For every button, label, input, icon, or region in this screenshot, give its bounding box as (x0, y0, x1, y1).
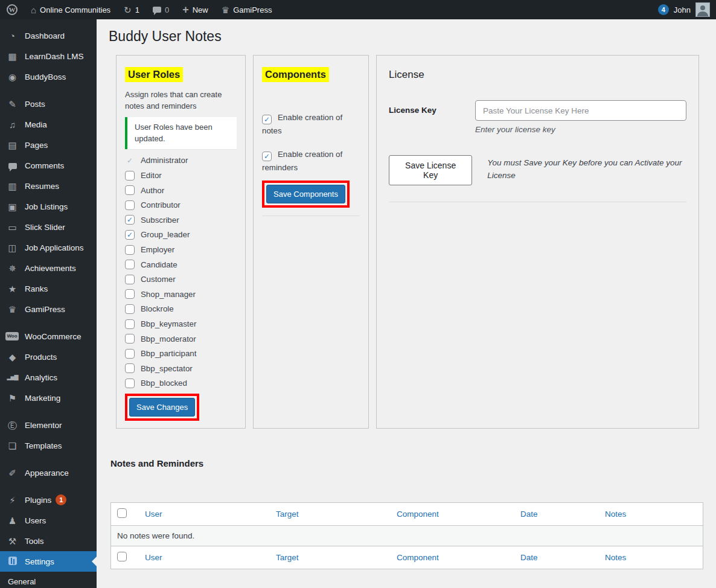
sidebar-item-pages[interactable]: ▤Pages (0, 135, 97, 155)
success-notice: User Roles have been updated. (125, 117, 237, 149)
sidebar-item-marketing[interactable]: ⚑Marketing (0, 388, 97, 408)
site-link[interactable]: ⌂ Online Communities (24, 0, 117, 19)
sidebar-item-learndash-lms[interactable]: ▦LearnDash LMS (0, 46, 97, 66)
sidebar-item-resumes[interactable]: ▥Resumes (0, 176, 97, 196)
checkbox-icon[interactable] (125, 275, 135, 284)
sidebar-item-elementor[interactable]: ⒺElementor (0, 415, 97, 435)
sidebar-item-buddyboss[interactable]: ◉BuddyBoss (0, 66, 97, 87)
checkbox-icon[interactable] (125, 260, 135, 269)
enable-notes-option[interactable]: Enable creation of notes (262, 111, 360, 137)
sidebar-item-slick-slider[interactable]: ▭Slick Slider (0, 217, 97, 237)
gamipress-admin-link[interactable]: ♛ GamiPress (215, 0, 279, 19)
notes-table: User Target Component Date Notes No note… (110, 502, 703, 569)
checkbox-icon[interactable] (125, 289, 135, 299)
role-bbp-blocked[interactable]: Bbp_blocked (125, 376, 237, 391)
checkbox-icon[interactable] (125, 363, 135, 373)
sidebar-item-analytics[interactable]: ▂▅▇Analytics (0, 367, 97, 388)
checkbox-icon[interactable] (125, 245, 135, 255)
sidebar-item-products[interactable]: ◆Products (0, 347, 97, 367)
column-header-target[interactable]: Target (276, 510, 299, 519)
new-content-menu[interactable]: + New (176, 0, 215, 19)
checkbox-icon[interactable] (125, 185, 135, 195)
enable-reminders-option[interactable]: Enable creation of reminders (262, 148, 360, 174)
column-header-date[interactable]: Date (520, 510, 538, 519)
folder-icon: ❏ (5, 441, 19, 450)
role-shop-manager[interactable]: Shop_manager (125, 287, 237, 302)
checkbox-icon[interactable] (125, 379, 135, 388)
column-header-component[interactable]: Component (397, 553, 439, 562)
learndash-icon: ▦ (5, 52, 19, 61)
column-header-user[interactable]: User (145, 510, 162, 519)
column-header-date[interactable]: Date (520, 553, 538, 562)
save-license-key-button[interactable]: Save License Key (389, 155, 472, 185)
checkbox-icon[interactable] (125, 230, 135, 240)
sidebar-item-posts[interactable]: ✎Posts (0, 94, 97, 114)
column-header-user[interactable]: User (145, 553, 162, 562)
save-components-button[interactable]: Save Components (266, 185, 345, 203)
sidebar-item-appearance[interactable]: ✐Appearance (0, 462, 97, 483)
sidebar-item-comments[interactable]: Comments (0, 155, 97, 176)
sidebar-item-templates[interactable]: ❏Templates (0, 435, 97, 456)
checkbox-icon[interactable] (125, 304, 135, 314)
sidebar-item-users[interactable]: ♟Users (0, 510, 97, 531)
checkbox-icon[interactable] (262, 152, 272, 161)
sidebar-item-plugins[interactable]: ⚡Plugins1 (0, 490, 97, 510)
role-bbp-participant[interactable]: Bbp_participant (125, 346, 237, 361)
checkbox-icon[interactable] (125, 200, 135, 210)
updates-link[interactable]: ↻ 1 (117, 0, 146, 19)
sidebar-item-tools[interactable]: ⚒Tools (0, 531, 97, 551)
role-bbp-moderator[interactable]: Bbp_moderator (125, 331, 237, 347)
license-key-input[interactable] (475, 100, 686, 121)
avatar[interactable] (695, 2, 710, 17)
paintbrush-icon: ✐ (5, 468, 19, 478)
select-all-checkbox[interactable] (117, 552, 127, 561)
role-bbp-keymaster[interactable]: Bbp_keymaster (125, 316, 237, 331)
role-bbp-spectator[interactable]: Bbp_spectator (125, 361, 237, 376)
checkbox-icon[interactable] (125, 319, 135, 329)
column-header-component[interactable]: Component (397, 510, 439, 519)
sidebar-item-media[interactable]: ♫Media (0, 114, 97, 135)
role-contributor[interactable]: Contributor (125, 197, 237, 213)
column-header-notes[interactable]: Notes (605, 553, 626, 562)
checkbox-icon[interactable] (125, 156, 135, 165)
role-employer[interactable]: Employer (125, 242, 237, 257)
role-editor[interactable]: Editor (125, 168, 237, 183)
home-icon: ⌂ (31, 5, 36, 14)
role-group-leader[interactable]: Group_leader (125, 228, 237, 243)
notification-badge[interactable]: 4 (658, 4, 669, 15)
column-header-notes[interactable]: Notes (605, 510, 626, 519)
save-changes-button[interactable]: Save Changes (129, 398, 195, 417)
sidebar-item-job-applications[interactable]: ◫Job Applications (0, 237, 97, 258)
checkbox-icon[interactable] (125, 349, 135, 359)
sidebar-item-dashboard[interactable]: ◔Dashboard (0, 25, 97, 46)
empty-message: No notes were found. (111, 526, 703, 546)
comment-bubble-icon (5, 161, 19, 170)
wordpress-menu[interactable]: W (0, 0, 24, 19)
comments-link[interactable]: 0 (146, 0, 176, 19)
checkbox-icon[interactable] (125, 171, 135, 181)
role-customer[interactable]: Customer (125, 272, 237, 287)
sidebar-item-ranks[interactable]: ★Ranks (0, 278, 97, 299)
column-header-target[interactable]: Target (276, 553, 299, 562)
checkbox-icon[interactable] (262, 115, 272, 124)
role-subscriber[interactable]: Subscriber (125, 213, 237, 228)
role-administrator[interactable]: Administrator (125, 153, 237, 168)
sidebar-item-gamipress[interactable]: ♛GamiPress (0, 299, 97, 319)
select-all-checkbox[interactable] (117, 508, 127, 518)
product-box-icon: ◆ (5, 353, 19, 362)
account-name[interactable]: John (674, 5, 691, 14)
media-icon: ♫ (5, 120, 19, 129)
role-blockrole[interactable]: Blockrole (125, 302, 237, 317)
sidebar-item-achievements[interactable]: ✵Achievements (0, 258, 97, 278)
role-author[interactable]: Author (125, 183, 237, 198)
sidebar-subitem-general[interactable]: General (0, 574, 97, 588)
sidebar-item-job-listings[interactable]: ▣Job Listings (0, 196, 97, 217)
checkbox-icon[interactable] (125, 334, 135, 344)
sidebar-item-settings[interactable]: Settings (0, 551, 97, 572)
role-candidate[interactable]: Candidate (125, 257, 237, 272)
checkbox-icon[interactable] (125, 215, 135, 225)
wordpress-logo-icon: W (7, 4, 18, 15)
sidebar-item-woocommerce[interactable]: WooWooCommerce (0, 326, 97, 347)
resume-icon: ▥ (5, 182, 19, 191)
elementor-icon: Ⓔ (5, 421, 19, 430)
